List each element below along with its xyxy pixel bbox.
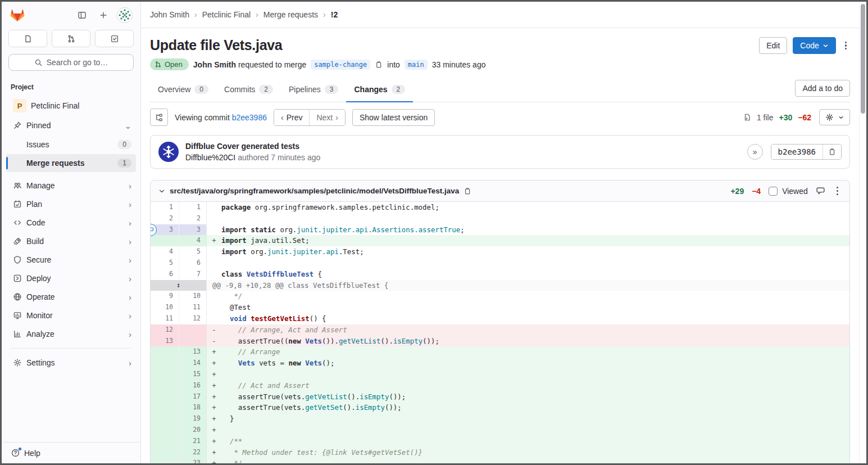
viewing-commit-sha-link[interactable]: b2ee3986 [232,113,267,122]
old-line-number[interactable] [151,235,179,246]
old-line-number[interactable]: 5 [151,258,179,269]
copy-file-path-icon[interactable] [463,187,471,195]
show-latest-version-button[interactable]: Show latest version [352,109,435,126]
sidebar-item-issues[interactable]: Issues0 [6,136,136,154]
new-line-number[interactable]: 5 [179,246,207,258]
sidebar-item-merge-requests[interactable]: Merge requests1 [6,154,136,172]
sidebar-item-code[interactable]: Code› [6,214,136,232]
file-path[interactable]: src/test/java/org/springframework/sample… [170,187,459,195]
old-line-number[interactable] [151,436,179,447]
sidebar-item-build[interactable]: Build› [6,232,136,250]
old-line-number[interactable] [151,402,179,413]
sidebar-item-monitor[interactable]: Monitor› [6,306,136,324]
old-line-number[interactable]: 12 [151,324,179,336]
merge-requests-shortcut-button[interactable] [52,30,90,47]
more-actions-kebab-icon[interactable] [842,40,850,51]
old-line-number[interactable] [151,346,179,358]
prev-commit-button[interactable]: ‹Prev [274,110,310,125]
breadcrumb-item-merge-requests[interactable]: Merge requests [263,10,318,19]
old-line-number[interactable]: 10 [151,302,179,313]
new-line-number[interactable]: 21 [179,436,207,447]
old-line-number[interactable] [151,358,179,369]
new-line-number[interactable]: 11 [179,302,207,313]
create-new-icon[interactable] [96,7,111,23]
tab-changes[interactable]: Changes2 [346,78,413,102]
new-line-number[interactable]: 20 [179,425,207,436]
tab-commits[interactable]: Commits2 [216,78,281,102]
collapse-file-chevron-icon[interactable] [158,188,165,195]
sidebar-item-plan[interactable]: Plan› [6,195,136,213]
comment-icon[interactable] [816,186,825,196]
sidebar-item-settings[interactable]: Settings› [6,354,136,372]
mr-author[interactable]: John Smith [193,60,236,69]
collapse-sidebar-icon[interactable] [74,7,90,23]
breadcrumb-item-project[interactable]: Petclinic Final [202,10,251,19]
scrollbar[interactable] [859,2,866,463]
new-line-number[interactable]: 15 [179,369,207,380]
old-line-number[interactable] [151,447,179,458]
expand-lines-button[interactable]: ↕ [151,280,207,291]
new-line-number[interactable]: 13 [179,346,207,358]
commit-short-sha[interactable]: b2ee3986 [771,145,822,159]
file-tree-toggle-button[interactable] [150,109,168,126]
old-line-number[interactable]: 2 [151,213,179,224]
sidebar-item-deploy[interactable]: Deploy› [6,269,136,287]
old-line-number[interactable] [151,391,179,403]
old-line-number[interactable]: 6 [151,269,179,280]
gitlab-logo-icon[interactable] [10,8,25,22]
new-line-number[interactable]: 18 [179,402,207,413]
expand-commit-details-button[interactable]: » [747,144,763,160]
new-line-number[interactable]: 7 [179,269,207,280]
code-dropdown-button[interactable]: Code [793,37,835,54]
add-todo-button[interactable]: Add a to do [795,80,850,97]
next-commit-button[interactable]: Next› [310,110,344,125]
new-line-number[interactable] [179,336,207,347]
sidebar-item-secure[interactable]: Secure› [6,251,136,269]
help-label[interactable]: Help [24,449,40,458]
diff-settings-button[interactable] [819,109,850,125]
new-line-number[interactable]: 23 [179,458,207,463]
old-line-number[interactable]: 13 [151,336,179,347]
target-branch-label[interactable]: main [405,60,428,70]
copy-sha-icon[interactable] [822,145,841,159]
new-line-number[interactable]: 17 [179,391,207,403]
copy-branch-icon[interactable] [375,61,383,69]
new-line-number[interactable]: 1 [179,202,207,213]
old-line-number[interactable] [151,425,179,436]
new-line-number[interactable]: 14 [179,358,207,369]
new-line-number[interactable]: 22 [179,447,207,458]
todo-shortcut-button[interactable] [95,30,134,47]
sidebar-item-analyze[interactable]: Analyze› [6,325,136,343]
new-line-number[interactable]: 4 [179,235,207,246]
breadcrumb-item-user[interactable]: John Smith [150,10,189,19]
user-avatar[interactable] [117,7,133,23]
old-line-number[interactable] [151,380,179,391]
issues-shortcut-button[interactable] [8,30,47,47]
old-line-number[interactable] [151,458,179,463]
new-line-number[interactable]: 10 [179,291,207,302]
sidebar-item-project[interactable]: P Petclinic Final [6,96,136,115]
old-line-number[interactable] [151,413,179,425]
sidebar-item-operate[interactable]: Operate› [6,288,136,306]
edit-button[interactable]: Edit [759,37,787,54]
new-line-number[interactable]: 12 [179,313,207,324]
sidebar-item-pinned[interactable]: Pinned ⌄ [6,116,136,134]
new-line-number[interactable]: 2 [179,213,207,224]
scrollbar-thumb[interactable] [861,4,865,114]
new-line-number[interactable]: 3 [179,224,207,236]
old-line-number[interactable]: 11 [151,313,179,324]
tab-overview[interactable]: Overview0 [150,78,216,102]
old-line-number[interactable] [151,369,179,380]
old-line-number[interactable]: 9 [151,291,179,302]
sidebar-item-manage[interactable]: Manage› [6,177,136,195]
tab-pipelines[interactable]: Pipelines3 [281,78,347,102]
file-options-kebab-icon[interactable] [833,186,842,196]
source-branch-label[interactable]: sample-change [311,60,370,70]
new-line-number[interactable] [179,324,207,336]
old-line-number[interactable]: 4 [151,246,179,258]
new-line-number[interactable]: 16 [179,380,207,391]
search-input[interactable]: Search or go to… [8,54,134,71]
new-line-number[interactable]: 19 [179,413,207,425]
viewed-checkbox[interactable] [769,187,778,196]
commit-author-name[interactable]: Diffblue%20CI [185,153,235,162]
